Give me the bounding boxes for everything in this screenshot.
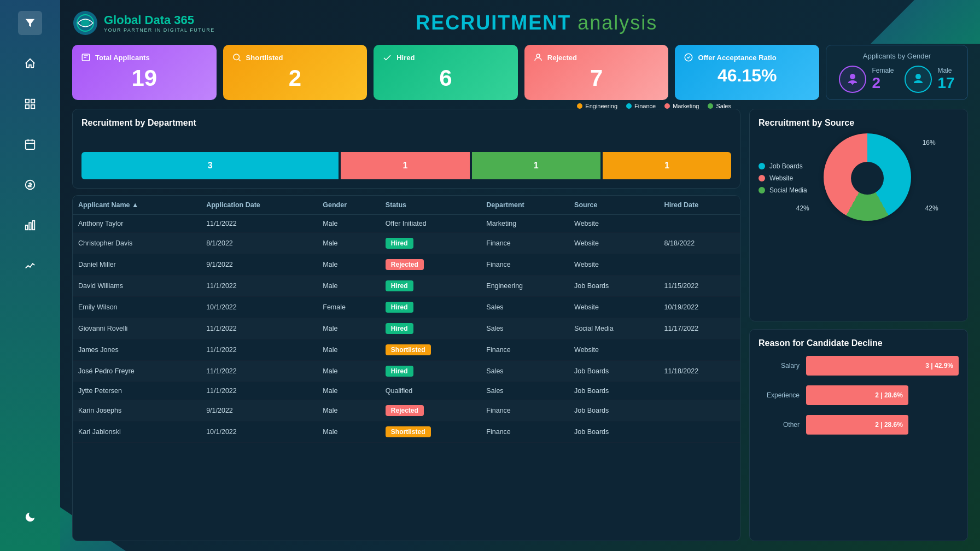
cell-status: Offer Initiated	[380, 215, 481, 233]
cell-hired-date: 8/18/2022	[659, 233, 740, 254]
left-panel: Recruitment by Department Engineering Fi…	[72, 109, 740, 541]
gender-title: Applicants by Gender	[835, 52, 959, 60]
male-avatar	[905, 66, 932, 93]
table-row[interactable]: José Pedro Freyre 11/1/2022 Male Hired S…	[73, 361, 740, 382]
cell-source: Website	[569, 339, 659, 361]
kpi-total-applicants[interactable]: Total Applicants 19	[72, 45, 217, 100]
table-row[interactable]: David Williams 11/1/2022 Male Hired Engi…	[73, 276, 740, 297]
cell-source: Social Media	[569, 318, 659, 339]
kpi-shortlisted-label: Shortlisted	[246, 54, 283, 62]
cell-gender: Male	[317, 254, 380, 276]
cell-source: Job Boards	[569, 421, 659, 443]
source-chart-card: Recruitment by Source Job Boards Website	[749, 109, 968, 321]
kpi-offer[interactable]: Offer Acceptance Ratio 46.15%	[675, 45, 819, 100]
cell-dept: Finance	[481, 339, 569, 361]
cell-name: David Williams	[73, 276, 201, 297]
decline-chart-card: Reason for Candidate Decline Salary 3 | …	[749, 329, 968, 542]
cell-source: Website	[569, 215, 659, 233]
female-icon	[846, 73, 859, 86]
bottom-section: Recruitment by Department Engineering Fi…	[72, 109, 968, 541]
cell-dept: Engineering	[481, 276, 569, 297]
engineering-label: Engineering	[585, 103, 617, 109]
cell-gender: Male	[317, 400, 380, 421]
kpi-hired[interactable]: Hired 6	[374, 45, 518, 100]
table-row[interactable]: Karin Josephs 9/1/2022 Male Rejected Fin…	[73, 400, 740, 421]
dept-chart-card: Recruitment by Department Engineering Fi…	[72, 109, 740, 189]
table-row[interactable]: Anthony Taylor 11/1/2022 Male Offer Init…	[73, 215, 740, 233]
kpi-rejected-label: Rejected	[547, 54, 577, 62]
cell-dept: Sales	[481, 382, 569, 400]
cell-hired-date	[659, 254, 740, 276]
marketing-dot	[664, 103, 670, 109]
sidebar-item-home[interactable]	[18, 51, 42, 75]
source-legend: Job Boards Website Social Media	[759, 162, 807, 194]
legend-finance: Finance	[626, 103, 656, 109]
cell-status: Shortlisted	[380, 339, 481, 361]
cell-name: James Jones	[73, 339, 201, 361]
cell-name: José Pedro Freyre	[73, 361, 201, 382]
cell-status: Rejected	[380, 400, 481, 421]
cell-hired-date: 11/18/2022	[659, 361, 740, 382]
decline-other-value: 2 | 28.6%	[875, 421, 903, 429]
table-scroll[interactable]: Applicant Name ▲ Application Date Gender…	[73, 196, 740, 541]
cell-hired-date	[659, 382, 740, 400]
social-media-dot	[759, 187, 765, 194]
kpi-total-header: Total Applicants	[81, 52, 208, 62]
dept-bar-sales: 1	[603, 152, 731, 179]
cell-gender: Male	[317, 421, 380, 443]
page-title: RECRUITMENT analysis	[226, 11, 848, 34]
sidebar-item-moon[interactable]	[18, 505, 42, 529]
svg-point-14	[536, 54, 540, 57]
kpi-total-value: 19	[81, 67, 208, 90]
sidebar-item-line-chart[interactable]	[18, 254, 42, 278]
cell-status: Qualified	[380, 382, 481, 400]
kpi-shortlisted[interactable]: Shortlisted 2	[223, 45, 368, 100]
table-row[interactable]: Giovanni Rovelli 11/1/2022 Male Hired Sa…	[73, 318, 740, 339]
hired-icon	[382, 52, 392, 62]
finance-dot	[626, 103, 632, 109]
kpi-shortlisted-value: 2	[232, 67, 359, 90]
applicants-icon	[81, 52, 91, 62]
sidebar-item-grid[interactable]	[18, 92, 42, 116]
table-row[interactable]: Emily Wilson 10/1/2022 Female Hired Sale…	[73, 297, 740, 318]
table-row[interactable]: Karl Jablonski 10/1/2022 Male Shortliste…	[73, 421, 740, 443]
offer-icon	[684, 52, 693, 62]
kpi-rejected-header: Rejected	[533, 52, 660, 62]
table-row[interactable]: Jytte Petersen 11/1/2022 Male Qualified …	[73, 382, 740, 400]
male-label: Male	[937, 67, 954, 74]
kpi-rejected[interactable]: Rejected 7	[524, 45, 669, 100]
cell-status: Shortlisted	[380, 421, 481, 443]
table-row[interactable]: Christopher Davis 8/1/2022 Male Hired Fi…	[73, 233, 740, 254]
cell-dept: Finance	[481, 400, 569, 421]
table-row[interactable]: Daniel Miller 9/1/2022 Male Rejected Fin…	[73, 254, 740, 276]
cell-hired-date	[659, 400, 740, 421]
cell-date: 8/1/2022	[201, 233, 317, 254]
cell-gender: Male	[317, 233, 380, 254]
sidebar-item-money[interactable]	[18, 173, 42, 197]
source-website: Website	[759, 174, 807, 182]
col-status: Status	[380, 196, 481, 215]
cell-dept: Sales	[481, 318, 569, 339]
logo-image	[72, 10, 98, 36]
cell-status: Hired	[380, 276, 481, 297]
cell-gender: Male	[317, 339, 380, 361]
cell-dept: Sales	[481, 361, 569, 382]
cell-status: Hired	[380, 297, 481, 318]
sidebar-item-bar-chart[interactable]	[18, 213, 42, 237]
main-content: Global Data 365 YOUR PARTNER IN DIGITAL …	[60, 0, 980, 551]
cell-hired-date	[659, 215, 740, 233]
decline-chart-title: Reason for Candidate Decline	[759, 338, 883, 348]
female-avatar	[839, 66, 866, 93]
cell-hired-date: 11/17/2022	[659, 318, 740, 339]
col-dept: Department	[481, 196, 569, 215]
sidebar-item-filter[interactable]	[18, 11, 42, 35]
cell-name: Emily Wilson	[73, 297, 201, 318]
cell-date: 11/1/2022	[201, 339, 317, 361]
decline-experience-value: 2 | 28.6%	[875, 391, 903, 399]
gender-card: Applicants by Gender Female 2	[826, 45, 968, 100]
cell-dept: Finance	[481, 421, 569, 443]
cell-gender: Male	[317, 361, 380, 382]
sidebar-item-calendar[interactable]	[18, 132, 42, 156]
table-row[interactable]: James Jones 11/1/2022 Male Shortlisted F…	[73, 339, 740, 361]
gender-female: Female 2	[839, 66, 894, 93]
